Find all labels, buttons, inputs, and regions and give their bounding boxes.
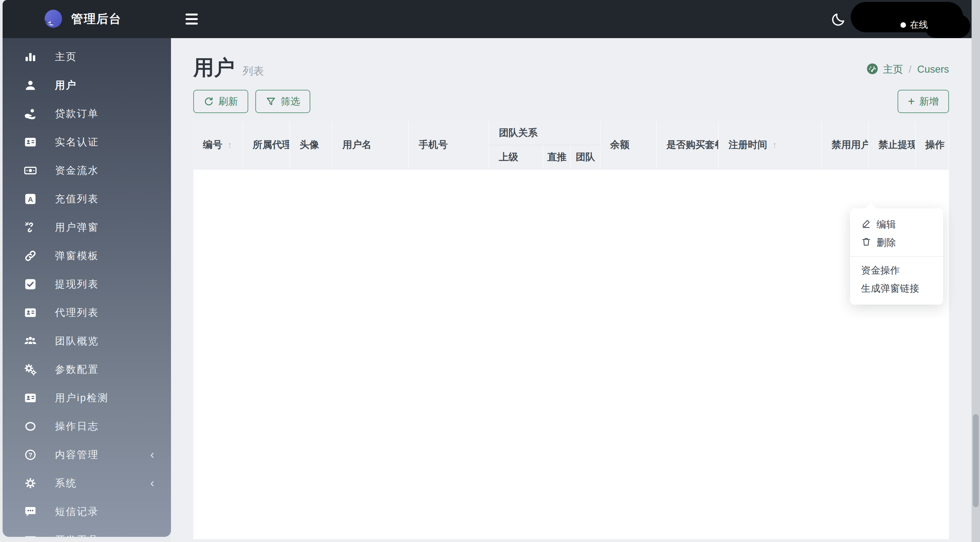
sidebar-item-label: 弹窗模板 [55,249,99,263]
sidebar-item-短信记录[interactable]: 短信记录 [3,498,171,526]
dark-mode-moon-icon[interactable] [830,11,847,27]
sidebar-item-label: 操作日志 [55,420,99,433]
toolbar: 刷新 筛选 + 新增 [193,90,949,114]
online-dot-icon [900,22,906,28]
comment-icon [23,504,38,519]
menu-item-删除[interactable]: 删除 [850,233,943,252]
sidebar-item-资金流水[interactable]: 资金流水 [3,156,171,185]
menu-item-生成弹窗链接[interactable]: 生成弹窗链接 [850,279,943,298]
chevron-left-icon: ‹ [150,477,154,489]
col-header-regtime[interactable]: 注册时间↑ [719,121,822,169]
col-header-agent: 所属代理 [243,121,290,169]
sidebar-item-用户弹窗[interactable]: 用户弹窗 [3,213,171,242]
sidebar-item-参数配置[interactable]: 参数配置 [3,355,171,384]
col-header-parent: 上级 [489,145,543,169]
sidebar-item-开发工具[interactable]: 开发工具‹ [3,526,171,537]
col-header-direct: 直推 [543,145,571,169]
page-header: 用户 列表 主页 / Cusers [193,54,949,86]
sidebar-item-label: 资金流水 [55,164,99,177]
pencil-icon [861,218,872,231]
sidebar-item-label: 参数配置 [55,363,99,376]
col-header-package: 是否购买套餐 [657,121,719,169]
breadcrumb-separator: / [909,64,912,75]
sidebar-item-提现列表[interactable]: 提现列表 [3,270,171,298]
menu-item-编辑[interactable]: 编辑 [850,216,943,233]
sidebar-item-label: 主页 [55,50,77,63]
id-card-icon [23,391,38,405]
menu-item-label: 资金操作 [861,264,900,277]
sidebar-item-label: 提现列表 [55,277,99,291]
col-header-disable-user: 禁用用户 [822,121,869,169]
breadcrumb: 主页 / Cusers [866,63,949,76]
sidebar-item-弹窗模板[interactable]: 弹窗模板 [3,242,171,270]
sidebar-item-主页[interactable]: 主页 [3,43,171,71]
sidebar-item-label: 用户弹窗 [55,220,99,234]
add-new-button[interactable]: + 新增 [897,90,949,113]
sidebar-item-贷款订单[interactable]: 贷款订单 [3,100,171,128]
menu-item-label: 生成弹窗链接 [861,282,919,295]
sidebar-item-实名认证[interactable]: 实名认证 [3,128,171,156]
sidebar-item-label: 代理列表 [55,306,99,319]
filter-button[interactable]: 筛选 [255,90,310,113]
app-logo-icon [44,10,63,29]
redacted-user-info-2 [924,14,970,38]
gears-icon [23,362,38,377]
question-circle-icon: ? [23,448,38,462]
a-square-icon: A [23,192,38,206]
sidebar-item-团队概览[interactable]: 团队概览 [3,327,171,355]
col-header-id[interactable]: 编号↑ [193,121,243,169]
brand[interactable]: 管理后台 [3,0,173,38]
money-bill-icon [23,163,38,177]
col-header-team-group: 团队关系 [489,121,600,145]
user-icon [23,78,38,92]
col-header-phone: 手机号 [409,121,489,169]
circle-icon [23,419,38,433]
sidebar-item-充值列表[interactable]: A充值列表 [3,185,171,213]
sidebar-item-内容管理[interactable]: ?内容管理‹ [3,441,171,469]
refresh-icon [204,96,214,106]
online-label: 在线 [910,19,928,31]
row-action-menu: 编辑删除资金操作生成弹窗链接 [850,208,943,304]
svg-text:A: A [28,195,33,203]
admin-app: 管理后台 在线 主页用户贷款订单实名认证资金流水A充值列表用户弹窗弹窗模板提现列… [0,0,980,542]
chevron-left-icon: ‹ [150,534,154,537]
sidebar-item-代理列表[interactable]: 代理列表 [3,298,171,327]
app-title: 管理后台 [71,11,121,27]
sidebar-item-用户ip检测[interactable]: 用户ip检测 [3,384,171,412]
svg-text:?: ? [29,452,32,458]
hand-money-icon [23,106,38,121]
refresh-button[interactable]: 刷新 [193,90,248,113]
bar-chart-icon [23,50,38,64]
sidebar-collapse-button[interactable] [186,14,199,25]
sidebar-item-操作日志[interactable]: 操作日志 [3,412,171,441]
plus-icon: + [908,96,915,107]
sort-asc-icon: ↑ [773,140,777,150]
scrollbar-thumb[interactable] [973,414,979,507]
online-status-badge: 在线 [900,19,928,31]
sidebar-item-label: 系统 [55,476,77,490]
users-icon [23,334,38,348]
sidebar-item-label: 实名认证 [55,135,99,149]
col-header-avatar: 头像 [290,121,332,169]
broken-link-icon [23,220,38,235]
menu-item-label: 删除 [877,236,896,249]
sort-asc-icon: ↑ [228,140,232,150]
id-card-icon [23,306,38,320]
chevron-left-icon: ‹ [150,449,154,461]
users-table: 编号↑ 所属代理 头像 用户名 手机号 团队关系 余额 是否购买套餐 注册时间↑… [193,121,949,539]
menu-divider [850,256,943,257]
sidebar-item-系统[interactable]: 系统‹ [3,469,171,498]
col-header-balance: 余额 [600,121,657,169]
check-square-icon [23,277,38,292]
sidebar-item-用户[interactable]: 用户 [3,71,171,100]
page-subtitle: 列表 [242,64,264,79]
sidebar-item-label: 开发工具 [55,533,99,537]
page-scrollbar[interactable] [972,0,980,542]
breadcrumb-home-link[interactable]: 主页 [883,63,903,76]
menu-item-资金操作[interactable]: 资金操作 [850,261,943,279]
sidebar-item-label: 用户ip检测 [55,391,108,405]
top-header-bar: 管理后台 在线 [3,0,980,38]
menu-item-label: 编辑 [877,218,896,231]
col-header-forbid-withdraw: 禁止提现 [869,121,915,169]
trash-icon [861,236,872,249]
